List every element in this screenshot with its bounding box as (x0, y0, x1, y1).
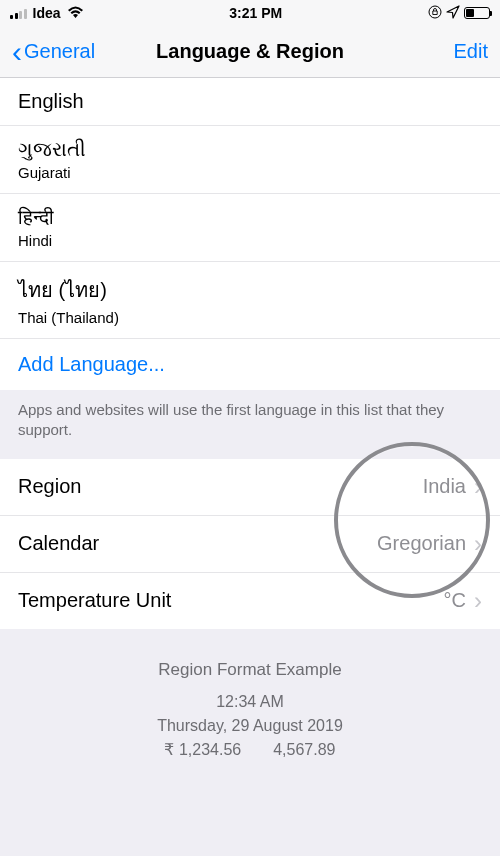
edit-button[interactable]: Edit (454, 40, 488, 63)
chevron-right-icon: › (474, 587, 482, 615)
language-native: English (18, 90, 84, 113)
battery-icon (464, 7, 490, 19)
chevron-left-icon: ‹ (12, 37, 22, 67)
status-bar: Idea 3:21 PM (0, 0, 500, 26)
back-button[interactable]: ‹ General (12, 37, 95, 67)
nav-bar: ‹ General Language & Region Edit (0, 26, 500, 78)
status-right (428, 5, 490, 22)
temperature-row[interactable]: Temperature Unit °C › (0, 573, 500, 629)
calendar-row[interactable]: Calendar Gregorian › (0, 516, 500, 573)
language-row[interactable]: ગુજરાતી Gujarati (0, 126, 500, 194)
status-left: Idea (10, 5, 84, 22)
calendar-label: Calendar (18, 532, 99, 555)
add-language-label: Add Language... (18, 353, 165, 376)
example-time: 12:34 AM (18, 690, 482, 714)
example-number: 4,567.89 (273, 738, 335, 762)
svg-point-0 (429, 6, 441, 18)
calendar-value: Gregorian (377, 532, 466, 555)
lock-icon (428, 5, 442, 22)
language-row[interactable]: English (0, 78, 500, 126)
chevron-right-icon: › (474, 473, 482, 501)
status-time: 3:21 PM (229, 5, 282, 21)
add-language-button[interactable]: Add Language... (0, 339, 500, 390)
region-format-example: Region Format Example 12:34 AM Thursday,… (0, 629, 500, 783)
example-date: Thursday, 29 August 2019 (18, 714, 482, 738)
languages-footer: Apps and websites will use the first lan… (0, 390, 500, 459)
region-value: India (423, 475, 466, 498)
language-row[interactable]: हिन्दी Hindi (0, 194, 500, 262)
wifi-icon (67, 5, 84, 22)
signal-icon (10, 7, 27, 19)
carrier-label: Idea (33, 5, 61, 21)
region-row[interactable]: Region India › (0, 459, 500, 516)
language-row[interactable]: ไทย (ไทย) Thai (Thailand) (0, 262, 500, 339)
back-label: General (24, 40, 95, 63)
languages-section: English ગુજરાતી Gujarati हिन्दी Hindi ไท… (0, 78, 500, 390)
language-native: ગુજરાતી (18, 138, 86, 161)
chevron-right-icon: › (474, 530, 482, 558)
temperature-value: °C (444, 589, 466, 612)
temperature-label: Temperature Unit (18, 589, 171, 612)
example-currency: ₹ 1,234.56 (164, 738, 241, 762)
language-sub: Hindi (18, 232, 52, 249)
language-sub: Gujarati (18, 164, 71, 181)
language-sub: Thai (Thailand) (18, 309, 119, 326)
location-icon (446, 5, 460, 22)
language-native: ไทย (ไทย) (18, 274, 107, 306)
language-native: हिन्दी (18, 206, 54, 229)
region-section: Region India › Calendar Gregorian › Temp… (0, 459, 500, 629)
example-title: Region Format Example (18, 657, 482, 683)
region-label: Region (18, 475, 81, 498)
